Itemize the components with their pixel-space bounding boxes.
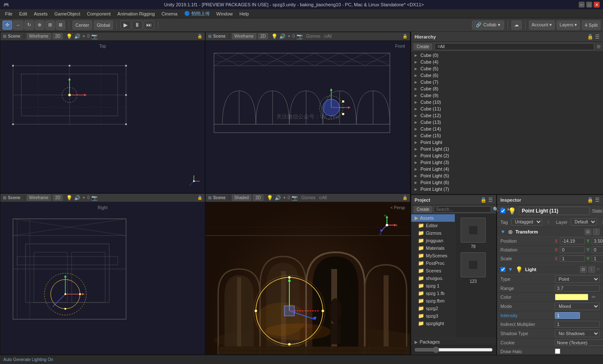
cloud-build-button[interactable]: ☁ [511,21,522,30]
maximize-button[interactable]: □ [586,2,592,8]
project-folder-Editor[interactable]: 📁Editor [411,222,455,229]
pos-x-input[interactable] [560,238,585,244]
hierarchy-create-button[interactable]: Create [414,44,432,50]
tool-move[interactable]: ↔ [13,21,23,30]
project-folder-spzg2[interactable]: 📁spzg2 [411,305,455,312]
hierarchy-item[interactable]: ▶Cube (12) [411,112,603,119]
light-color-swatch[interactable] [555,294,588,300]
menu-cinema[interactable]: Cinema [158,10,181,17]
hierarchy-item[interactable]: ▶Cube (6) [411,72,603,79]
close-button[interactable]: ✕ [594,2,600,8]
hierarchy-lock-icon[interactable]: 🔒 [587,34,593,40]
hierarchy-item[interactable]: ▶Cube (5) [411,65,603,72]
scene-cam-bl[interactable]: 📷 [91,195,98,201]
project-folder-Gizmos[interactable]: 📁Gizmos [411,229,455,237]
project-folder-MyScenes[interactable]: 📁MyScenes [411,252,455,259]
hierarchy-item[interactable]: ▶Cube (13) [411,119,603,126]
scale-y-input[interactable] [592,255,603,262]
project-folder-jingguan[interactable]: 📁jingguan [411,237,455,244]
scene-mode-btn-tr[interactable]: Wireframe [232,33,256,39]
scene-2d-btn-tl[interactable]: 2D [53,33,63,39]
light-tool-circle[interactable]: ○ [597,266,600,273]
light-type-select[interactable]: Point Directional Spot Area [555,275,600,283]
project-size-slider[interactable] [415,346,493,353]
scene-mode-btn-tl[interactable]: Wireframe [27,33,51,39]
obj-name-input[interactable] [519,207,590,215]
scene-mode-btn-bl[interactable]: Wireframe [27,195,51,201]
project-folder-spzg-1.fb[interactable]: 📁spzg 1.fb [411,290,455,297]
scene-sound-tr[interactable]: 🔊 [279,33,286,39]
all-btn-tr[interactable]: ⊙All [324,34,332,38]
scene-canvas-br[interactable]: < Persp [206,202,410,354]
rot-y-input[interactable] [592,246,603,253]
scene-2d-btn-br[interactable]: 2D [253,195,263,201]
inspector-lock-icon[interactable]: 🔒 [587,197,593,203]
project-folder-Scenes[interactable]: 📁Scenes [411,267,455,274]
scene-sound-tl[interactable]: 🔊 [74,33,80,39]
light-component-header[interactable]: ▼ 💡 Light ⊡ ⋮ ○ [497,265,603,274]
asset-item[interactable]: 78 [459,218,488,249]
scene-sound-br[interactable]: 🔊 [275,195,281,201]
light-tool-dots[interactable]: ⋮ [588,266,595,273]
light-mode-select[interactable]: Mixed Realtime Baked [555,302,600,310]
draw-halo-checkbox[interactable] [555,349,560,354]
layers-button[interactable]: Layers ▾ [557,21,580,30]
light-color-eyedropper[interactable]: ✏ [592,294,596,300]
transform-component-header[interactable]: ▼ ⊕ Transform ⊡ ⋮ [497,227,603,237]
scene-effects-tl[interactable]: ✦ [82,34,85,38]
hierarchy-item[interactable]: ▶Cube (8) [411,85,603,92]
scene-light-br[interactable]: 💡 [267,195,273,201]
light-tool-snap[interactable]: ⊡ [580,266,587,273]
project-search-input[interactable] [434,206,491,213]
hierarchy-item[interactable]: ▶Cube (11) [411,105,603,112]
scene-light-bl[interactable]: 💡 [66,195,72,201]
scene-lock-tl[interactable]: 🔒 [197,34,202,38]
all-btn-br[interactable]: ⊙All [319,195,327,200]
hierarchy-item[interactable]: ▶Point Light (4) [411,166,603,172]
hierarchy-item[interactable]: ▶Point Light (3) [411,159,603,166]
scene-light-tr[interactable]: 💡 [271,33,278,39]
scene-cam-tl[interactable]: 📷 [91,33,98,39]
hierarchy-item[interactable]: ▶Point Light (5) [411,172,603,179]
hierarchy-search-input[interactable] [435,43,594,50]
tool-rect[interactable]: ⊞ [45,21,55,30]
scene-effects-tr[interactable]: ✦ [287,34,291,38]
scene-canvas-tr[interactable]: 关注微信公众号：V2_zxw Front [206,41,410,193]
hierarchy-item[interactable]: ▶Point Light (8) [411,192,603,194]
project-folder-Materials[interactable]: 📁Materials [411,244,455,252]
hierarchy-item[interactable]: ▶Cube (0) [411,52,603,59]
scene-lock-bl[interactable]: 🔒 [197,195,202,200]
menu-file[interactable]: File [2,10,16,17]
project-folder-shuiguo.[interactable]: 📁shuiguo. [411,274,455,282]
tool-multi[interactable]: ⊠ [56,21,65,30]
scene-cam-br[interactable]: 📷 [291,195,298,201]
scene-canvas-bl[interactable]: Right [0,202,205,354]
asset-item[interactable]: 123 [459,252,488,284]
pause-button[interactable]: ⏸ [132,21,143,30]
scene-cam-tr[interactable]: 📷 [296,33,303,39]
shadow-type-select[interactable]: No Shadows Hard Shadows Soft Shadows [555,330,600,337]
scene-mode-btn-br[interactable]: Shaded [232,195,251,201]
scene-effects-bl[interactable]: ✦ [82,195,85,200]
scene-2d-btn-bl[interactable]: 2D [53,195,63,201]
project-create-button[interactable]: Create [414,206,432,213]
menu-assets[interactable]: Assets [31,10,51,17]
scene-canvas-tl[interactable]: Top [0,41,205,193]
transform-tool-dots[interactable]: ⋮ [593,228,600,235]
light-intensity-input[interactable] [555,312,580,319]
space-global-button[interactable]: Global [94,21,113,30]
collab-button[interactable]: 🔗 Collab ▾ [472,21,504,30]
menu-gameobject[interactable]: GameObject [51,10,84,17]
play-button[interactable]: ▶ [120,21,131,30]
menu-component[interactable]: Component [83,10,114,17]
project-folder-spzg-1[interactable]: 📁spzg 1 [411,282,455,290]
hierarchy-item[interactable]: ▶Cube (10) [411,99,603,105]
light-active-checkbox[interactable] [500,267,505,272]
packages-row[interactable]: ▶ Packages [411,338,496,345]
menu-upload[interactable]: 🔵 拍拍上传 [181,10,213,18]
pos-y-input[interactable] [592,238,603,244]
project-folder-spzglight[interactable]: 📁spzglight [411,320,455,327]
project-folder-assets[interactable]: ▶Assets [411,214,455,222]
hierarchy-item[interactable]: ▶Cube (9) [411,92,603,99]
scene-top-left[interactable]: ⊞ Scene ▐ Wireframe 2D 💡 🔊 ✦ 0 📷 🔒 Top [0,32,205,193]
